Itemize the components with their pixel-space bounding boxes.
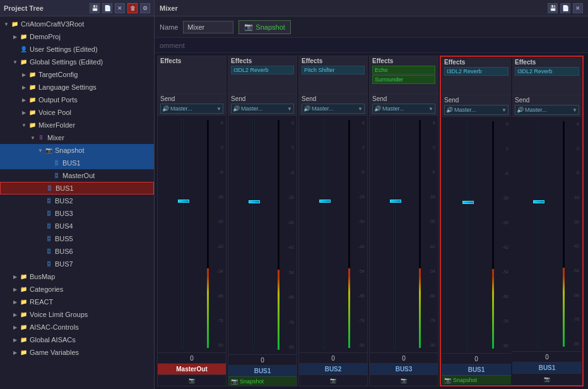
channel-strip-bus3: Effects Echo Surrounder Send 🔊 Master...… [369, 56, 438, 386]
channel-strip-bus1: Effects I3DL2 Reverb Send 🔊 Master... ▼ [228, 56, 297, 386]
tree-label-bus1: BUS1 [56, 184, 74, 192]
snapshot-button[interactable]: 📷 Snapshot [238, 20, 290, 34]
send-dropdown-snap2[interactable]: 🔊 Master... ▼ [515, 105, 579, 115]
tree-label-bus6: BUS6 [55, 248, 73, 255]
tree-item-bus4[interactable]: ▶ 🎛 BUS4 [0, 220, 154, 232]
tree-item-react[interactable]: ▶ 📁 REACT [0, 296, 154, 308]
tree-item-globalsettings[interactable]: ▼ 📁 Global Settings (Edited) [0, 56, 154, 68]
send-arrow-b3: ▼ [428, 106, 433, 112]
send-arrow-b1: ▼ [287, 106, 292, 112]
tree-arrow-bm: ▶ [11, 273, 19, 280]
new-icon-btn[interactable]: 📄 [102, 3, 112, 13]
tree-item-bus2[interactable]: ▶ 🎛 BUS2 [0, 194, 154, 207]
tree-item-categories[interactable]: ▶ 📁 Categories [0, 283, 154, 296]
send-dropdown-bus2[interactable]: 🔊 Master... ▼ [302, 104, 365, 114]
tree-item-demoproj[interactable]: ▶ 📁 DemoProj [0, 30, 154, 43]
tree-item-usersettings[interactable]: ▶ 👤 User Settings (Edited) [0, 43, 154, 56]
tree-item-bus1-snap[interactable]: ▶ 🎛 BUS1 [0, 157, 154, 169]
highlighted-channel-group: Effects I3DL2 Reverb Send 🔊 Master... ▼ [440, 56, 584, 386]
name-input[interactable] [183, 21, 233, 33]
fader-thumb-b1[interactable] [249, 200, 260, 203]
tree-item-gamevariables[interactable]: ▶ 📁 Game Variables [0, 346, 154, 359]
tree-arrow-demoproj: ▶ [11, 33, 19, 40]
tree-arrow-mx: ▼ [29, 134, 37, 141]
tree-item-outputports[interactable]: ▶ 📁 Output Ports [0, 93, 154, 106]
mixer-new-btn[interactable]: 📄 [560, 3, 570, 13]
channel-snap-indicator-snap2: 📷 [512, 373, 582, 385]
bus-icon-b1: 🎛 [45, 184, 54, 193]
channel-bottom-b2: 0 [299, 352, 367, 363]
tree-arrow-op: ▶ [20, 96, 28, 104]
tree-label-voicelimitgroups: Voice Limit Groups [30, 311, 88, 318]
folder-icon-ga: 📁 [19, 335, 28, 344]
tree-item-globalaisacs[interactable]: ▶ 📁 Global AISACs [0, 333, 154, 346]
fader-thumb-b3[interactable] [390, 200, 401, 203]
scale-mo: 60-6-18-30-42-54-66-78-90 [211, 119, 223, 349]
close-icon-btn[interactable]: ✕ [115, 3, 125, 13]
meter-fill-mo [207, 268, 209, 348]
folder-icon-gs: 📁 [19, 57, 28, 66]
send-section-snap1: Send 🔊 Master... ▼ [442, 95, 511, 117]
tree-item-langsettings[interactable]: ▶ 📁 Language Settings [0, 81, 154, 93]
tree-item-mixer[interactable]: ▼ 🎚 Mixer [0, 131, 154, 144]
fader-area-snap2: 60-6-18-30-42-54-66-78-90 [512, 117, 582, 351]
tree-content: ▼ 📁 CriAtomCraftV3Root ▶ 📁 DemoProj ▶ 👤 … [0, 16, 154, 389]
send-dropdown-masterout[interactable]: 🔊 Master... ▼ [160, 104, 223, 114]
tree-item-voicelimitgroups[interactable]: ▶ 📁 Voice Limit Groups [0, 308, 154, 321]
fader-thumb-mo[interactable] [178, 200, 189, 203]
send-section-masterout: Send 🔊 Master... ▼ [158, 94, 226, 116]
effect-item-bus3-0: Echo [372, 66, 435, 75]
tree-label-categories: Categories [30, 285, 63, 293]
send-target-b3: Master... [381, 105, 428, 112]
send-label-bus2: Send [302, 95, 365, 102]
snap-icon-b2: 📷 [330, 378, 336, 383]
fader-thumb-snap1[interactable] [462, 201, 474, 204]
send-label-snap1: Send [444, 97, 509, 104]
snapshot-indicator-b1: 📷 Snapshot [228, 376, 297, 386]
fader-thumb-snap2[interactable] [533, 200, 544, 203]
snap-label-b1: Snapshot [240, 378, 264, 385]
send-arrow-snap2: ▼ [572, 107, 577, 113]
tree-item-bus7[interactable]: ▶ 🎛 BUS7 [0, 258, 154, 270]
tree-item-voicepool[interactable]: ▶ 📁 Voice Pool [0, 106, 154, 119]
tree-label-mixerfolder: MixerFolder [38, 121, 75, 129]
tree-item-bus6[interactable]: ▶ 🎛 BUS6 [0, 245, 154, 258]
gear-icon-btn[interactable]: ⚙ [140, 3, 150, 13]
meter-fill-snap1 [492, 269, 494, 349]
delete-icon-btn[interactable]: 🗑 [127, 3, 138, 13]
tree-arrow-react: ▶ [11, 298, 19, 306]
tree-item-aisaccontrols[interactable]: ▶ 📁 AISAC-Controls [0, 321, 154, 333]
scale-snap1: 60-6-18-30-42-54-66-78-90 [496, 121, 509, 349]
mixer-close-btn[interactable]: ✕ [573, 3, 583, 13]
folder-icon-vlg: 📁 [19, 310, 28, 319]
tree-item-bus3[interactable]: ▶ 🎛 BUS3 [0, 207, 154, 220]
send-dropdown-snap1[interactable]: 🔊 Master... ▼ [444, 105, 509, 115]
fader-thumb-b2[interactable] [319, 200, 331, 203]
channel-name-snap2: BUS1 [512, 362, 582, 373]
tree-item-targetconfig[interactable]: ▶ 📁 TargetConfig [0, 68, 154, 81]
tree-label-snapshot: Snapshot [55, 147, 84, 154]
send-dropdown-bus1[interactable]: 🔊 Master... ▼ [231, 104, 294, 114]
tree-item-bus5[interactable]: ▶ 🎛 BUS5 [0, 232, 154, 245]
mixer-save-btn[interactable]: 💾 [548, 3, 558, 13]
tree-item-busmap[interactable]: ▶ 📁 BusMap [0, 270, 154, 283]
tree-label-bus1-snap: BUS1 [62, 159, 81, 167]
mixer-icon-mx: 🎚 [37, 133, 45, 142]
tree-item-bus1[interactable]: ▶ 🎛 BUS1 [0, 182, 154, 194]
tree-item-mixerfolder[interactable]: ▼ 📁 MixerFolder [0, 119, 154, 131]
tree-item-masterout[interactable]: ▶ 🎛 MasterOut [0, 169, 154, 182]
send-label-bus1: Send [231, 95, 294, 102]
snapshot-indicator-snap1: 📷 Snapshot [442, 375, 511, 385]
tree-item-snapshot[interactable]: ▼ 📷 Snapshot [0, 144, 154, 157]
tree-label-globalaisacs: Global AISACs [30, 336, 76, 344]
fader-area-snap1: 60-6-18-30-42-54-66-78-90 [442, 117, 511, 353]
send-label-bus3: Send [372, 95, 435, 102]
tree-item-root[interactable]: ▼ 📁 CriAtomCraftV3Root [0, 18, 154, 30]
save-icon-btn[interactable]: 💾 [90, 3, 100, 13]
effect-item-bus3-1: Surrounder [372, 75, 435, 84]
send-dropdown-bus3[interactable]: 🔊 Master... ▼ [372, 104, 435, 114]
send-target-mo: Master... [169, 105, 216, 112]
folder-icon-bm: 📁 [19, 272, 28, 281]
channel-strip-masterout: Effects Send 🔊 Master... ▼ [157, 56, 226, 386]
tree-arrow-ga: ▶ [11, 336, 19, 344]
